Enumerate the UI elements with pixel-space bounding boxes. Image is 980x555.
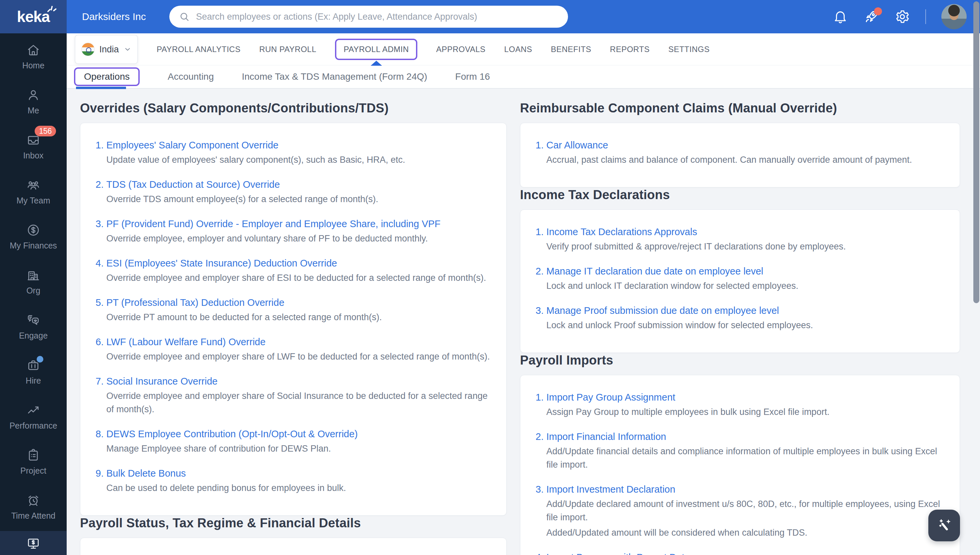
global-search[interactable]: [169, 6, 568, 28]
operation-link[interactable]: DEWS Employee Contribution (Opt-In/Opt-O…: [106, 428, 358, 439]
operation-link[interactable]: PF (Provident Fund) Override - Employer …: [106, 218, 441, 229]
operation-description: Assign Pay Group to multiple employees i…: [546, 405, 829, 419]
sidebar-label: Org: [26, 286, 40, 295]
list-item: 3. Manage Proof submission due date on e…: [530, 305, 946, 332]
subtab-form16[interactable]: Form 16: [455, 71, 490, 82]
keka-logo[interactable]: keka: [0, 0, 67, 34]
finances-icon: [26, 223, 41, 237]
nav-tab-settings[interactable]: SETTINGS: [668, 45, 710, 54]
item-number: 6.: [90, 336, 104, 363]
topbar: Darksiders Inc: [67, 0, 980, 34]
nav-tab-loans[interactable]: LOANS: [504, 45, 532, 54]
search-input[interactable]: [196, 12, 559, 22]
operation-description: Accrual, past claims and balance of comp…: [546, 153, 912, 167]
country-selector[interactable]: India: [75, 35, 138, 64]
sidebar-item-my-team[interactable]: My Team: [0, 178, 67, 205]
magic-wand-icon: [935, 516, 954, 535]
page-content: Overrides (Salary Components/Contributio…: [67, 89, 980, 555]
sidebar-label: Me: [28, 106, 39, 115]
overrides-card: 1. Employees' Salary Component Override …: [80, 123, 507, 516]
subtab-operations-active-box[interactable]: Operations: [74, 67, 140, 86]
operation-link[interactable]: Bulk Delete Bonus: [106, 468, 186, 479]
operation-link[interactable]: Import Bonuses with Payout Date: [546, 552, 690, 555]
operation-link[interactable]: Income Tax Declarations Approvals: [546, 226, 697, 237]
topbar-divider: [925, 9, 926, 24]
sidebar-label: Project: [20, 466, 46, 476]
subtab-income-tax-tds[interactable]: Income Tax & TDS Management (Form 24Q): [242, 71, 427, 82]
home-icon: [26, 43, 41, 57]
operation-description: Can be used to delete pending bonus for …: [106, 481, 346, 495]
operation-link[interactable]: Manage IT declaration due date on employ…: [546, 266, 763, 276]
nav-tab-payroll-admin-active-box[interactable]: PAYROLL ADMIN: [335, 39, 417, 60]
operation-link[interactable]: ESI (Employees' State Insurance) Deducti…: [106, 258, 337, 268]
list-item: 6. LWF (Labour Welfare Fund) Override Ov…: [90, 336, 493, 363]
sidebar-label: My Team: [17, 196, 50, 205]
operation-link[interactable]: PT (Professional Tax) Deduction Override: [106, 297, 285, 308]
list-item: 1. Income Tax Declarations Approvals Ver…: [530, 226, 946, 253]
nav-tab-payroll-admin[interactable]: PAYROLL ADMIN: [344, 45, 409, 54]
vertical-scrollbar[interactable]: [973, 2, 979, 303]
nav-tab-run-payroll[interactable]: RUN PAYROLL: [259, 45, 317, 54]
sidebar-item-me[interactable]: Me: [0, 88, 67, 115]
user-avatar[interactable]: [941, 4, 967, 29]
operation-link[interactable]: LWF (Labour Welfare Fund) Override: [106, 337, 266, 347]
sidebar-label: Time Attend: [11, 511, 55, 521]
sidebar-item-payroll-active[interactable]: [0, 531, 67, 555]
sidebar-item-performance[interactable]: Performance: [0, 403, 67, 430]
operation-link[interactable]: Employees' Salary Component Override: [106, 140, 279, 151]
subtab-accounting[interactable]: Accounting: [168, 71, 214, 82]
operation-link[interactable]: Car Allowance: [546, 140, 608, 151]
inbox-badge: 156: [35, 126, 56, 136]
sidebar-item-project[interactable]: Project: [0, 448, 67, 475]
operation-description: Override employee and employer share of …: [106, 350, 490, 363]
operation-description: Manage Employee share of contribution fo…: [106, 442, 358, 455]
sub-nav: Operations Accounting Income Tax & TDS M…: [67, 66, 980, 89]
operation-link[interactable]: Import Pay Group Assignment: [546, 392, 675, 403]
item-number: 7.: [90, 375, 104, 416]
operation-description: Override employee and employer share of …: [106, 389, 493, 416]
sidebar-item-hire[interactable]: Hire: [0, 358, 67, 385]
operation-link[interactable]: Import Investment Declaration: [546, 484, 675, 495]
whats-new-rocket-icon[interactable]: [863, 9, 879, 25]
sidebar-item-home[interactable]: Home: [0, 43, 67, 70]
sidebar-label: Hire: [26, 376, 41, 386]
item-number: 8.: [90, 428, 104, 455]
operation-link[interactable]: Manage Proof submission due date on empl…: [546, 305, 779, 316]
sidebar-item-my-finances[interactable]: My Finances: [0, 223, 67, 250]
settings-gear-icon[interactable]: [895, 9, 910, 24]
item-number: 2.: [90, 178, 104, 206]
sidebar-item-org[interactable]: Org: [0, 268, 67, 295]
sidebar-item-inbox[interactable]: 156 Inbox: [0, 133, 67, 160]
country-label: India: [99, 44, 119, 55]
operation-link[interactable]: Social Insurance Override: [106, 376, 217, 387]
operation-description: Lock and unlock IT declaration window fo…: [546, 279, 798, 292]
engage-icon: [26, 313, 41, 327]
list-item: 2. TDS (Tax Deduction at Source) Overrid…: [90, 178, 493, 206]
item-number: 2.: [530, 265, 544, 292]
subtab-operations[interactable]: Operations: [84, 71, 129, 82]
item-number: 4.: [90, 257, 104, 284]
org-icon: [26, 268, 41, 282]
list-item: 5. PT (Professional Tax) Deduction Overr…: [90, 297, 493, 324]
assistant-wand-button[interactable]: [928, 510, 960, 541]
payroll-monitor-icon: [26, 536, 41, 551]
item-number: 9.: [90, 467, 104, 495]
search-icon: [179, 11, 190, 22]
nav-tab-reports[interactable]: REPORTS: [610, 45, 650, 54]
operation-link[interactable]: TDS (Tax Deduction at Source) Override: [106, 179, 280, 190]
item-number: 1.: [530, 226, 544, 253]
operation-link[interactable]: Import Financial Information: [546, 431, 666, 442]
payroll-imports-card: 1. Import Pay Group Assignment Assign Pa…: [520, 375, 960, 555]
notifications-bell-icon[interactable]: [833, 9, 848, 24]
sidebar-item-time-attend[interactable]: Time Attend: [0, 493, 67, 520]
nav-tab-approvals[interactable]: APPROVALS: [436, 45, 485, 54]
item-number: 5.: [90, 297, 104, 324]
nav-tab-payroll-analytics[interactable]: PAYROLL ANALYTICS: [157, 45, 241, 54]
nav-tab-benefits[interactable]: BENEFITS: [551, 45, 591, 54]
team-icon: [26, 178, 41, 192]
sidebar-item-engage[interactable]: Engage: [0, 313, 67, 340]
operation-description: Add/Update financial details and complia…: [546, 444, 946, 471]
item-number: 2.: [530, 431, 544, 471]
operation-description: Lock and unlock Proof submission window …: [546, 319, 813, 332]
india-flag-icon: [82, 43, 95, 56]
